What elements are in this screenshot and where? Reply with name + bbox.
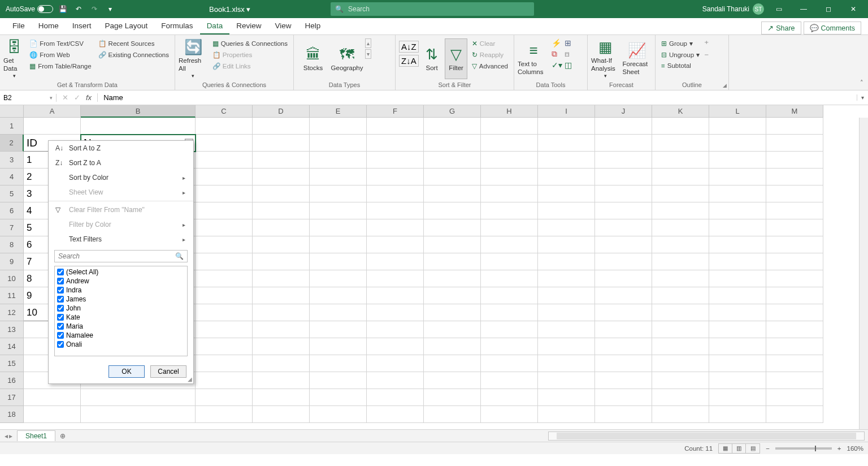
cell[interactable] (709, 135, 766, 152)
cell[interactable] (538, 338, 595, 355)
cell[interactable] (538, 304, 595, 321)
cell[interactable] (253, 355, 310, 372)
cell[interactable] (424, 135, 481, 152)
cell[interactable] (766, 236, 823, 253)
cell[interactable] (310, 355, 367, 372)
cell[interactable] (652, 219, 709, 236)
cell[interactable] (310, 372, 367, 389)
row-header[interactable]: 15 (0, 355, 24, 372)
cell[interactable] (367, 270, 424, 287)
resize-grip-icon[interactable]: ◢ (188, 376, 192, 382)
cell[interactable] (481, 355, 538, 372)
filter-checkbox[interactable] (57, 341, 64, 348)
cell[interactable] (196, 219, 253, 236)
cell[interactable] (538, 169, 595, 185)
name-box[interactable]: B2▾ (0, 94, 57, 102)
cell[interactable] (766, 338, 823, 355)
row-header[interactable]: 3 (0, 152, 24, 169)
gallery-more-icon[interactable]: ▾ (365, 49, 371, 59)
share-button[interactable]: ↗ Share (761, 21, 801, 34)
cell[interactable] (652, 185, 709, 202)
column-header[interactable]: F (367, 105, 424, 118)
column-header[interactable]: A (24, 105, 81, 118)
cell[interactable] (253, 270, 310, 287)
filter-checkbox-item[interactable]: James (57, 295, 185, 304)
what-if-button[interactable]: ▦What-If Analysis▾ (591, 38, 620, 79)
cell[interactable] (538, 152, 595, 169)
data-model-icon[interactable]: ◫ (565, 61, 572, 70)
filter-search-input[interactable] (58, 252, 175, 260)
cell[interactable] (367, 118, 424, 135)
row-header[interactable]: 14 (0, 338, 24, 355)
cell[interactable] (481, 287, 538, 304)
cell[interactable] (310, 270, 367, 287)
cell[interactable] (424, 219, 481, 236)
column-header[interactable]: C (196, 105, 253, 118)
cell[interactable] (367, 338, 424, 355)
cell[interactable] (709, 219, 766, 236)
sheet-tab[interactable]: Sheet1 (17, 430, 55, 441)
minimize-icon[interactable]: — (793, 1, 814, 17)
filter-search[interactable]: 🔍 (54, 250, 188, 262)
cell[interactable] (538, 270, 595, 287)
existing-connections-button[interactable]: 🔗Existing Connections (96, 50, 171, 60)
autosave-toggle[interactable]: AutoSave (6, 5, 53, 13)
zoom-slider[interactable] (775, 447, 832, 450)
filter-checkbox[interactable] (57, 332, 64, 339)
cell[interactable] (310, 135, 367, 152)
formula-bar[interactable]: Name (98, 93, 857, 102)
geography-button[interactable]: 🗺Geography (331, 38, 363, 79)
cell[interactable] (595, 372, 652, 389)
cell[interactable] (595, 304, 652, 321)
row-header[interactable]: 13 (0, 321, 24, 338)
cell[interactable] (709, 372, 766, 389)
cell[interactable] (766, 185, 823, 202)
cell[interactable] (424, 406, 481, 423)
sort-button[interactable]: ⇅Sort (421, 38, 443, 79)
cell[interactable] (538, 321, 595, 338)
cell[interactable] (652, 287, 709, 304)
cell[interactable] (310, 406, 367, 423)
enter-formula-icon[interactable]: ✓ (74, 93, 80, 102)
cell[interactable] (595, 219, 652, 236)
cell[interactable] (424, 304, 481, 321)
cell[interactable] (766, 321, 823, 338)
cell[interactable] (595, 406, 652, 423)
cell[interactable] (652, 270, 709, 287)
zoom-out-icon[interactable]: − (766, 445, 770, 452)
cell[interactable] (595, 118, 652, 135)
cell[interactable] (652, 389, 709, 406)
maximize-icon[interactable]: ◻ (818, 1, 839, 17)
cell[interactable] (367, 304, 424, 321)
cell[interactable] (424, 202, 481, 219)
cell[interactable] (709, 304, 766, 321)
filter-checkbox-item[interactable]: Namalee (57, 331, 185, 340)
row-header[interactable]: 16 (0, 372, 24, 389)
cell[interactable] (481, 321, 538, 338)
cell[interactable] (766, 372, 823, 389)
tab-insert[interactable]: Insert (66, 18, 98, 34)
cell[interactable] (538, 219, 595, 236)
row-header[interactable]: 17 (0, 389, 24, 406)
filter-values-list[interactable]: (Select All)AndrewIndraJamesJohnKateMari… (54, 266, 188, 356)
filter-checkbox[interactable] (57, 278, 64, 284)
cell[interactable] (253, 185, 310, 202)
cell[interactable] (595, 253, 652, 270)
cell[interactable] (253, 169, 310, 185)
column-header[interactable]: I (538, 105, 595, 118)
cell[interactable] (481, 304, 538, 321)
cell[interactable] (595, 355, 652, 372)
cell[interactable] (766, 169, 823, 185)
cell[interactable] (367, 372, 424, 389)
cell[interactable] (253, 372, 310, 389)
cell[interactable] (481, 135, 538, 152)
save-icon[interactable]: 💾 (57, 3, 69, 15)
cell[interactable] (766, 287, 823, 304)
cell[interactable] (196, 135, 253, 152)
sort-desc-icon[interactable]: Z↓A (399, 55, 419, 67)
cell[interactable] (652, 321, 709, 338)
cell[interactable] (709, 287, 766, 304)
cell[interactable] (310, 202, 367, 219)
cell[interactable] (766, 152, 823, 169)
cell[interactable] (652, 236, 709, 253)
